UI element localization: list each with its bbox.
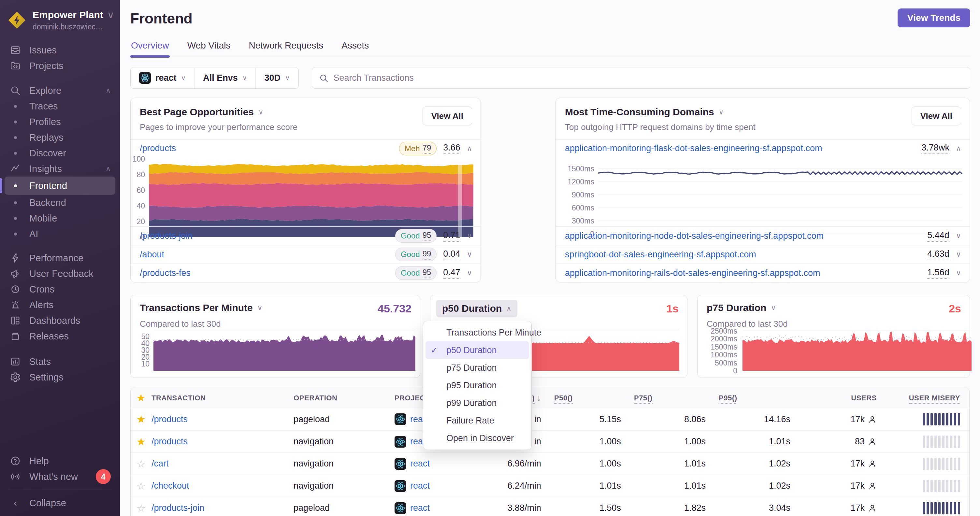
- tab-overview[interactable]: Overview: [130, 38, 170, 57]
- domain-row[interactable]: application-monitoring-rails-dot-sales-e…: [556, 264, 970, 282]
- domain-row[interactable]: springboot-dot-sales-engineering-sf.apps…: [556, 245, 970, 264]
- chevron-down-icon[interactable]: ∨: [956, 250, 961, 259]
- chevron-up-icon[interactable]: ∧: [956, 144, 961, 153]
- chevron-up-icon[interactable]: ∧: [467, 144, 472, 153]
- view-all-pages-button[interactable]: View All: [423, 106, 472, 125]
- sidebar-item-performance[interactable]: Performance: [5, 250, 115, 266]
- domains-title[interactable]: Most Time-Consuming Domains∨: [565, 106, 756, 117]
- col-p50[interactable]: P50(): [541, 394, 621, 402]
- tab-assets[interactable]: Assets: [341, 38, 369, 57]
- table-row[interactable]: ☆ /products-join pageload react 3.88/min…: [130, 497, 969, 516]
- sidebar-item-releases[interactable]: Releases: [5, 329, 115, 344]
- sidebar-item-settings[interactable]: Settings: [5, 369, 115, 385]
- p75-metric-selector[interactable]: p75 Duration∨: [706, 302, 776, 313]
- domain-row[interactable]: application-monitoring-node-dot-sales-en…: [556, 226, 970, 245]
- page-title: Frontend: [130, 10, 192, 27]
- star-icon[interactable]: ☆: [130, 458, 151, 470]
- dropdown-item-p99-duration[interactable]: p99 Duration: [425, 394, 529, 412]
- tab-web-vitals[interactable]: Web Vitals: [187, 38, 231, 57]
- sidebar-item-projects[interactable]: Projects: [5, 58, 115, 74]
- transaction-link[interactable]: /products: [151, 437, 294, 447]
- project-link[interactable]: react: [410, 459, 430, 469]
- sidebar-item-mobile[interactable]: Mobile: [5, 210, 115, 226]
- project-filter[interactable]: react∨: [130, 67, 194, 88]
- sidebar-item-backend[interactable]: Backend: [5, 195, 115, 210]
- sidebar-item-ai[interactable]: AI: [5, 226, 115, 242]
- table-row[interactable]: ☆ /checkout navigation react 6.24/min 1.…: [130, 475, 969, 497]
- col-transaction[interactable]: TRANSACTION: [151, 394, 294, 402]
- col-p75[interactable]: P75(): [621, 394, 706, 402]
- project-link[interactable]: react: [410, 481, 430, 491]
- domain-link[interactable]: application-monitoring-rails-dot-sales-e…: [565, 268, 820, 278]
- star-icon[interactable]: ☆: [130, 502, 151, 514]
- tpm-metric-selector[interactable]: Transactions Per Minute∨: [140, 302, 262, 313]
- page-row[interactable]: /products-joinGood950.71∨: [130, 226, 480, 245]
- dropdown-item-transactions-per-minute[interactable]: Transactions Per Minute: [425, 324, 529, 341]
- date-range-filter[interactable]: 30D∨: [255, 67, 298, 88]
- transaction-link[interactable]: /products-join: [151, 503, 294, 513]
- col-p95[interactable]: P95(): [706, 394, 791, 402]
- page-link[interactable]: /products: [140, 143, 176, 154]
- search-input[interactable]: [312, 67, 970, 89]
- chevron-down-icon: ∨: [107, 9, 115, 21]
- sidebar-item-issues[interactable]: Issues: [5, 42, 115, 58]
- sidebar-item-help[interactable]: Help: [5, 453, 115, 469]
- sidebar-collapse-button[interactable]: ‹ Collapse: [5, 495, 115, 511]
- page-link[interactable]: /about: [140, 249, 164, 260]
- col-operation[interactable]: OPERATION: [294, 394, 395, 402]
- view-trends-button[interactable]: View Trends: [897, 8, 970, 27]
- sidebar-item-discover[interactable]: Discover: [5, 145, 115, 161]
- domain-link[interactable]: application-monitoring-node-dot-sales-en…: [565, 231, 824, 241]
- transaction-link[interactable]: /checkout: [151, 481, 294, 491]
- table-row[interactable]: ★ /products navigation react in 1.00s 1.…: [130, 430, 969, 452]
- dropdown-item-p50-duration[interactable]: ✓p50 Duration: [425, 341, 529, 359]
- star-column-header[interactable]: ★: [130, 392, 151, 403]
- dropdown-item-p75-duration[interactable]: p75 Duration: [425, 359, 529, 376]
- star-icon[interactable]: ★: [130, 435, 151, 448]
- star-icon[interactable]: ☆: [130, 480, 151, 492]
- chevron-down-icon[interactable]: ∨: [467, 269, 472, 277]
- sidebar-item-whats-new[interactable]: What's new 4: [5, 469, 115, 484]
- sidebar-item-profiles[interactable]: Profiles: [5, 114, 115, 130]
- dropdown-item-open-in-discover[interactable]: Open in Discover: [425, 429, 529, 447]
- view-all-domains-button[interactable]: View All: [912, 106, 961, 125]
- sidebar-item-dashboards[interactable]: Dashboards: [5, 313, 115, 329]
- best-pages-title[interactable]: Best Page Opportunities∨: [140, 106, 298, 117]
- domain-link[interactable]: application-monitoring-flask-dot-sales-e…: [565, 143, 822, 154]
- sidebar-item-stats[interactable]: Stats: [5, 354, 115, 369]
- project-link[interactable]: react: [410, 503, 430, 513]
- domain-link[interactable]: springboot-dot-sales-engineering-sf.apps…: [565, 249, 756, 260]
- environment-filter[interactable]: All Envs∨: [194, 67, 255, 88]
- col-users[interactable]: USERS: [791, 394, 877, 402]
- sidebar-item-frontend[interactable]: Frontend: [5, 176, 115, 195]
- page-link[interactable]: /products-join: [140, 231, 192, 241]
- p50-metric-selector[interactable]: p50 Duration∧: [436, 300, 517, 317]
- chevron-down-icon[interactable]: ∨: [956, 232, 961, 240]
- sidebar-item-crons[interactable]: Crons: [5, 281, 115, 297]
- transaction-link[interactable]: /cart: [151, 459, 294, 469]
- chevron-down-icon[interactable]: ∨: [467, 232, 472, 240]
- sidebar-item-traces[interactable]: Traces: [5, 98, 115, 114]
- page-link[interactable]: /products-fes: [140, 268, 191, 278]
- dropdown-item-p95-duration[interactable]: p95 Duration: [425, 376, 529, 394]
- sidebar-item-alerts[interactable]: Alerts: [5, 297, 115, 313]
- star-icon[interactable]: ★: [130, 413, 151, 426]
- page-row[interactable]: /products-fesGood950.47∨: [130, 264, 480, 282]
- chevron-down-icon[interactable]: ∨: [956, 269, 961, 277]
- dropdown-item-failure-rate[interactable]: Failure Rate: [425, 412, 529, 429]
- domain-row-expanded[interactable]: application-monitoring-flask-dot-sales-e…: [556, 140, 970, 157]
- transaction-link[interactable]: /products: [151, 414, 294, 424]
- tab-network-requests[interactable]: Network Requests: [248, 38, 324, 57]
- col-user-misery[interactable]: USER MISERY: [877, 394, 970, 402]
- sidebar-item-insights[interactable]: Insights ∧: [5, 161, 115, 176]
- page-row[interactable]: /aboutGood990.04∨: [130, 245, 480, 264]
- org-switcher[interactable]: Empower Plant∨ dominik.buszowiec…: [0, 0, 120, 38]
- sidebar-item-explore[interactable]: Explore ∧: [5, 83, 115, 98]
- chevron-down-icon[interactable]: ∨: [467, 250, 472, 259]
- sidebar-item-user-feedback[interactable]: User Feedback: [5, 266, 115, 281]
- table-row[interactable]: ☆ /cart navigation react 6.96/min 1.00s …: [130, 452, 969, 475]
- sidebar-item-replays[interactable]: Replays: [5, 130, 115, 145]
- users-cell: 17k: [791, 503, 877, 513]
- table-row[interactable]: ★ /products pageload react in 5.15s 8.06…: [130, 408, 969, 430]
- page-row-expanded[interactable]: /products Meh79 3.66 ∧: [130, 140, 480, 157]
